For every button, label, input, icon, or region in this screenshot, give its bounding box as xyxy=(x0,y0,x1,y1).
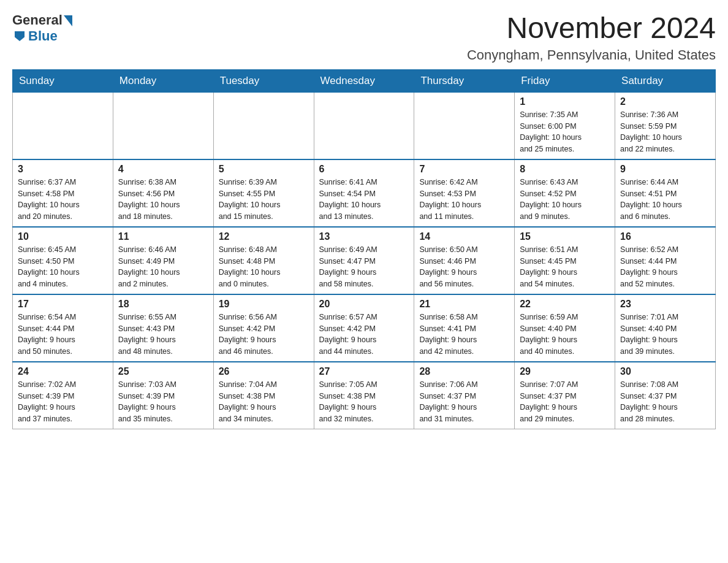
calendar-cell: 22Sunrise: 6:59 AMSunset: 4:40 PMDayligh… xyxy=(515,294,615,362)
day-info: Sunrise: 7:05 AMSunset: 4:38 PMDaylight:… xyxy=(319,379,409,425)
calendar-cell: 24Sunrise: 7:02 AMSunset: 4:39 PMDayligh… xyxy=(13,362,113,429)
day-info: Sunrise: 7:03 AMSunset: 4:39 PMDaylight:… xyxy=(118,379,208,425)
day-number: 12 xyxy=(219,231,309,242)
calendar-cell: 15Sunrise: 6:51 AMSunset: 4:45 PMDayligh… xyxy=(515,227,615,294)
calendar-cell xyxy=(414,92,515,159)
day-info: Sunrise: 6:48 AMSunset: 4:48 PMDaylight:… xyxy=(219,244,309,290)
day-info: Sunrise: 6:37 AMSunset: 4:58 PMDaylight:… xyxy=(18,177,108,223)
calendar-cell: 13Sunrise: 6:49 AMSunset: 4:47 PMDayligh… xyxy=(314,227,414,294)
day-info: Sunrise: 6:42 AMSunset: 4:53 PMDaylight:… xyxy=(419,177,509,223)
day-info: Sunrise: 6:39 AMSunset: 4:55 PMDaylight:… xyxy=(219,177,309,223)
day-number: 27 xyxy=(319,366,409,377)
day-number: 9 xyxy=(620,164,710,175)
day-number: 14 xyxy=(419,231,509,242)
calendar-cell: 4Sunrise: 6:38 AMSunset: 4:56 PMDaylight… xyxy=(113,159,213,227)
day-number: 22 xyxy=(520,299,610,310)
calendar-cell: 16Sunrise: 6:52 AMSunset: 4:44 PMDayligh… xyxy=(615,227,716,294)
day-number: 16 xyxy=(620,231,710,242)
calendar-cell xyxy=(13,92,113,159)
month-title: November 2024 xyxy=(467,12,716,45)
col-saturday: Saturday xyxy=(615,69,716,92)
day-number: 5 xyxy=(219,164,309,175)
day-number: 2 xyxy=(620,96,710,107)
day-info: Sunrise: 6:58 AMSunset: 4:41 PMDaylight:… xyxy=(419,312,509,358)
day-number: 3 xyxy=(18,164,108,175)
calendar-cell: 17Sunrise: 6:54 AMSunset: 4:44 PMDayligh… xyxy=(13,294,113,362)
col-sunday: Sunday xyxy=(13,69,113,92)
day-number: 20 xyxy=(319,299,409,310)
calendar-week-row: 3Sunrise: 6:37 AMSunset: 4:58 PMDaylight… xyxy=(13,159,716,227)
col-monday: Monday xyxy=(113,69,213,92)
calendar-cell: 8Sunrise: 6:43 AMSunset: 4:52 PMDaylight… xyxy=(515,159,615,227)
calendar-cell: 9Sunrise: 6:44 AMSunset: 4:51 PMDaylight… xyxy=(615,159,716,227)
day-info: Sunrise: 6:54 AMSunset: 4:44 PMDaylight:… xyxy=(18,312,108,358)
day-info: Sunrise: 6:41 AMSunset: 4:54 PMDaylight:… xyxy=(319,177,409,223)
day-number: 7 xyxy=(419,164,509,175)
day-number: 17 xyxy=(18,299,108,310)
logo-arrow-icon xyxy=(64,15,72,26)
calendar-cell: 28Sunrise: 7:06 AMSunset: 4:37 PMDayligh… xyxy=(414,362,515,429)
calendar-cell: 6Sunrise: 6:41 AMSunset: 4:54 PMDaylight… xyxy=(314,159,414,227)
day-info: Sunrise: 6:49 AMSunset: 4:47 PMDaylight:… xyxy=(319,244,409,290)
day-number: 21 xyxy=(419,299,509,310)
day-number: 10 xyxy=(18,231,108,242)
day-info: Sunrise: 6:59 AMSunset: 4:40 PMDaylight:… xyxy=(520,312,610,358)
day-info: Sunrise: 6:38 AMSunset: 4:56 PMDaylight:… xyxy=(118,177,208,223)
day-info: Sunrise: 7:04 AMSunset: 4:38 PMDaylight:… xyxy=(219,379,309,425)
calendar-cell: 11Sunrise: 6:46 AMSunset: 4:49 PMDayligh… xyxy=(113,227,213,294)
col-wednesday: Wednesday xyxy=(314,69,414,92)
calendar-cell: 14Sunrise: 6:50 AMSunset: 4:46 PMDayligh… xyxy=(414,227,515,294)
day-number: 18 xyxy=(118,299,208,310)
calendar-cell: 18Sunrise: 6:55 AMSunset: 4:43 PMDayligh… xyxy=(113,294,213,362)
day-info: Sunrise: 7:07 AMSunset: 4:37 PMDaylight:… xyxy=(520,379,610,425)
day-info: Sunrise: 7:36 AMSunset: 5:59 PMDaylight:… xyxy=(620,109,710,155)
logo-blue-text: Blue xyxy=(28,28,58,44)
calendar-cell: 12Sunrise: 6:48 AMSunset: 4:48 PMDayligh… xyxy=(213,227,314,294)
calendar-cell xyxy=(314,92,414,159)
calendar-cell: 2Sunrise: 7:36 AMSunset: 5:59 PMDaylight… xyxy=(615,92,716,159)
day-info: Sunrise: 7:35 AMSunset: 6:00 PMDaylight:… xyxy=(520,109,610,155)
calendar-week-row: 24Sunrise: 7:02 AMSunset: 4:39 PMDayligh… xyxy=(13,362,716,429)
day-number: 11 xyxy=(118,231,208,242)
calendar-cell: 10Sunrise: 6:45 AMSunset: 4:50 PMDayligh… xyxy=(13,227,113,294)
calendar-cell: 21Sunrise: 6:58 AMSunset: 4:41 PMDayligh… xyxy=(414,294,515,362)
day-info: Sunrise: 6:45 AMSunset: 4:50 PMDaylight:… xyxy=(18,244,108,290)
calendar-cell: 26Sunrise: 7:04 AMSunset: 4:38 PMDayligh… xyxy=(213,362,314,429)
calendar-cell: 19Sunrise: 6:56 AMSunset: 4:42 PMDayligh… xyxy=(213,294,314,362)
day-number: 8 xyxy=(520,164,610,175)
day-number: 1 xyxy=(520,96,610,107)
calendar-cell: 27Sunrise: 7:05 AMSunset: 4:38 PMDayligh… xyxy=(314,362,414,429)
page-header: General Blue November 2024 Conyngham, Pe… xyxy=(12,12,716,63)
day-number: 30 xyxy=(620,366,710,377)
day-info: Sunrise: 6:56 AMSunset: 4:42 PMDaylight:… xyxy=(219,312,309,358)
calendar-cell: 5Sunrise: 6:39 AMSunset: 4:55 PMDaylight… xyxy=(213,159,314,227)
day-info: Sunrise: 6:46 AMSunset: 4:49 PMDaylight:… xyxy=(118,244,208,290)
day-number: 4 xyxy=(118,164,208,175)
day-info: Sunrise: 6:51 AMSunset: 4:45 PMDaylight:… xyxy=(520,244,610,290)
calendar-cell: 25Sunrise: 7:03 AMSunset: 4:39 PMDayligh… xyxy=(113,362,213,429)
day-number: 24 xyxy=(18,366,108,377)
day-number: 19 xyxy=(219,299,309,310)
calendar-week-row: 1Sunrise: 7:35 AMSunset: 6:00 PMDaylight… xyxy=(13,92,716,159)
day-info: Sunrise: 7:06 AMSunset: 4:37 PMDaylight:… xyxy=(419,379,509,425)
calendar-cell xyxy=(213,92,314,159)
location-text: Conyngham, Pennsylvania, United States xyxy=(467,47,716,63)
col-thursday: Thursday xyxy=(414,69,515,92)
logo: General Blue xyxy=(12,12,72,44)
col-tuesday: Tuesday xyxy=(213,69,314,92)
day-info: Sunrise: 6:43 AMSunset: 4:52 PMDaylight:… xyxy=(520,177,610,223)
title-block: November 2024 Conyngham, Pennsylvania, U… xyxy=(467,12,716,63)
day-info: Sunrise: 6:57 AMSunset: 4:42 PMDaylight:… xyxy=(319,312,409,358)
day-number: 28 xyxy=(419,366,509,377)
day-info: Sunrise: 6:44 AMSunset: 4:51 PMDaylight:… xyxy=(620,177,710,223)
day-info: Sunrise: 6:50 AMSunset: 4:46 PMDaylight:… xyxy=(419,244,509,290)
calendar-cell: 20Sunrise: 6:57 AMSunset: 4:42 PMDayligh… xyxy=(314,294,414,362)
day-info: Sunrise: 7:02 AMSunset: 4:39 PMDaylight:… xyxy=(18,379,108,425)
calendar-cell: 1Sunrise: 7:35 AMSunset: 6:00 PMDaylight… xyxy=(515,92,615,159)
day-info: Sunrise: 6:55 AMSunset: 4:43 PMDaylight:… xyxy=(118,312,208,358)
day-info: Sunrise: 6:52 AMSunset: 4:44 PMDaylight:… xyxy=(620,244,710,290)
calendar-cell: 30Sunrise: 7:08 AMSunset: 4:37 PMDayligh… xyxy=(615,362,716,429)
logo-general-text: General xyxy=(12,12,63,28)
calendar-cell xyxy=(113,92,213,159)
calendar-week-row: 10Sunrise: 6:45 AMSunset: 4:50 PMDayligh… xyxy=(13,227,716,294)
